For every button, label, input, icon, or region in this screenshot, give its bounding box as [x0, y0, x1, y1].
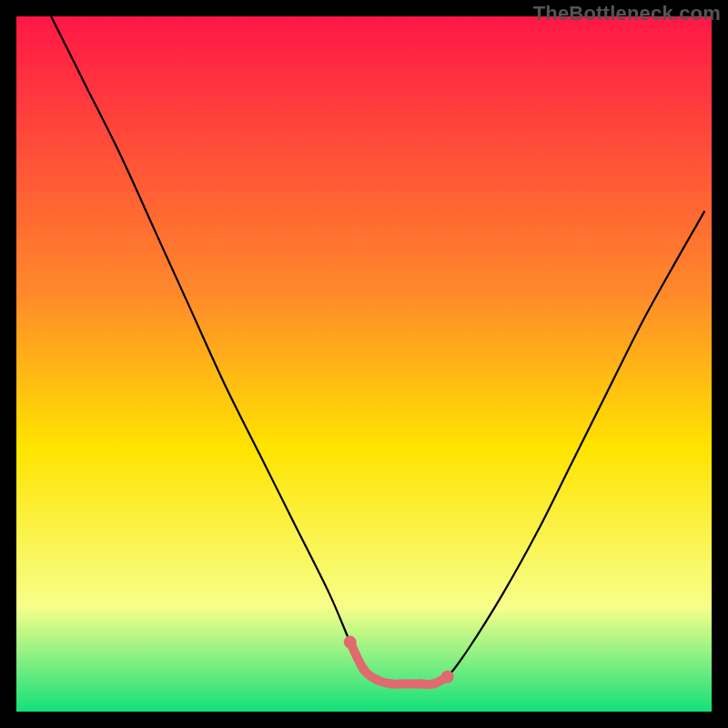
optimal-zone-dot: [429, 679, 438, 688]
optimal-zone-dot: [441, 671, 454, 683]
chart-svg: [16, 16, 712, 712]
optimal-zone-dot: [388, 679, 397, 688]
optimal-zone-dot: [373, 676, 382, 685]
optimal-zone-dot: [359, 665, 369, 674]
plot-area: [16, 16, 712, 712]
chart-frame: TheBottleneck.com: [0, 0, 728, 728]
optimal-zone-dot: [344, 636, 357, 649]
optimal-zone-dot: [415, 679, 424, 688]
optimal-zone-dot: [401, 679, 410, 688]
gradient-background: [16, 16, 712, 712]
attribution-label: TheBottleneck.com: [533, 2, 721, 25]
